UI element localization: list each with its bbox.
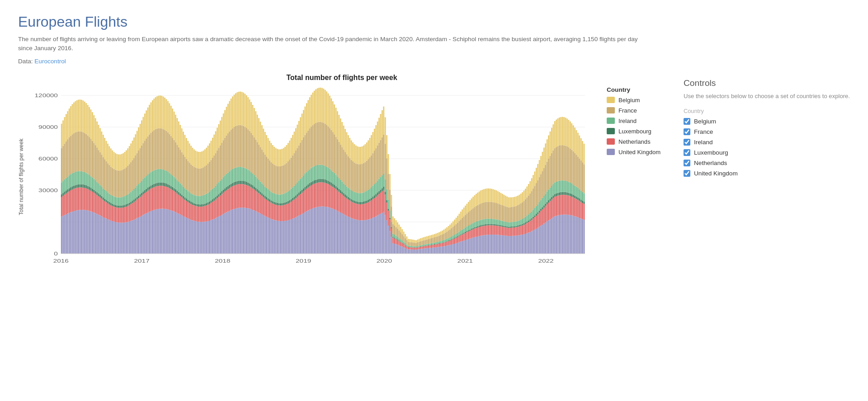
svg-rect-964 (305, 106, 306, 135)
svg-rect-1249 (378, 191, 380, 194)
svg-rect-1122 (346, 198, 348, 216)
svg-rect-1990 (568, 120, 570, 147)
svg-rect-915 (292, 156, 293, 188)
svg-rect-2003 (573, 216, 574, 254)
svg-rect-1335 (400, 232, 401, 239)
svg-rect-72 (76, 188, 78, 210)
svg-rect-313 (138, 195, 139, 198)
svg-rect-1718 (499, 220, 500, 225)
svg-rect-1208 (368, 190, 369, 200)
svg-rect-1562 (458, 231, 460, 235)
svg-rect-1092 (339, 192, 340, 212)
svg-rect-1432 (425, 236, 426, 240)
svg-rect-2014 (574, 127, 576, 153)
svg-rect-1226 (373, 185, 374, 196)
svg-rect-1969 (563, 192, 565, 194)
svg-rect-443 (172, 211, 173, 254)
svg-rect-876 (283, 205, 284, 221)
svg-rect-198 (109, 204, 110, 220)
svg-rect-430 (167, 101, 169, 132)
checkbox-input-luxembourg[interactable] (684, 149, 690, 156)
svg-rect-496 (184, 135, 186, 157)
svg-rect-1368 (409, 247, 410, 250)
svg-rect-979 (309, 183, 311, 186)
svg-rect-1905 (547, 161, 548, 191)
eurocontrol-link[interactable]: Eurocontrol (34, 58, 66, 65)
checkbox-input-ireland[interactable] (684, 139, 690, 146)
svg-rect-249 (121, 170, 123, 197)
checkbox-uk[interactable]: United Kingdom (684, 170, 850, 177)
svg-rect-1821 (525, 199, 526, 217)
svg-rect-381 (155, 129, 156, 170)
svg-rect-2005 (573, 195, 574, 198)
svg-rect-262 (124, 152, 126, 169)
svg-rect-1135 (349, 198, 350, 200)
svg-rect-705 (238, 125, 240, 167)
checkbox-input-netherlands[interactable] (684, 160, 690, 166)
svg-rect-1943 (557, 215, 559, 253)
svg-rect-1470 (435, 244, 437, 247)
svg-rect-253 (123, 205, 124, 208)
svg-rect-440 (170, 174, 172, 186)
svg-rect-971 (307, 210, 309, 254)
svg-rect-1550 (456, 234, 457, 237)
svg-rect-709 (240, 180, 241, 184)
svg-rect-1082 (335, 175, 337, 186)
svg-rect-1455 (431, 238, 432, 243)
svg-rect-1088 (337, 176, 338, 188)
svg-rect-1978 (565, 118, 566, 146)
svg-rect-1279 (386, 200, 387, 202)
svg-rect-1835 (529, 232, 531, 254)
checkbox-luxembourg[interactable]: Luxembourg (684, 149, 850, 156)
svg-rect-714 (241, 184, 243, 208)
svg-rect-1429 (425, 245, 426, 246)
svg-rect-19 (62, 193, 64, 196)
svg-rect-511 (189, 201, 190, 203)
checkbox-input-france[interactable] (684, 128, 690, 135)
svg-rect-1381 (412, 247, 414, 248)
svg-rect-1155 (354, 162, 355, 192)
checkbox-input-belgium[interactable] (684, 118, 690, 125)
svg-rect-1765 (511, 226, 512, 228)
checkbox-netherlands[interactable]: Netherlands (684, 160, 850, 166)
svg-rect-1306 (392, 216, 394, 224)
svg-rect-583 (208, 202, 209, 204)
svg-rect-387 (156, 128, 158, 169)
svg-rect-1999 (571, 194, 572, 197)
svg-rect-321 (140, 148, 141, 182)
svg-rect-487 (183, 196, 184, 198)
svg-rect-1691 (492, 235, 494, 254)
checkbox-belgium[interactable]: Belgium (684, 118, 850, 125)
svg-rect-33 (66, 141, 67, 178)
svg-rect-1273 (385, 192, 386, 194)
svg-rect-536 (195, 195, 196, 203)
checkbox-input-uk[interactable] (684, 170, 690, 177)
checkbox-france[interactable]: France (684, 128, 850, 135)
svg-rect-431 (169, 210, 170, 254)
svg-rect-1576 (462, 209, 463, 217)
svg-rect-51 (70, 136, 71, 174)
svg-rect-990 (312, 184, 314, 208)
svg-rect-796 (261, 125, 263, 150)
svg-rect-2038 (580, 138, 582, 160)
svg-rect-2007 (573, 151, 574, 184)
svg-rect-449 (174, 212, 175, 254)
svg-rect-1322 (397, 237, 398, 240)
svg-rect-2024 (577, 188, 579, 198)
svg-rect-1095 (339, 142, 340, 178)
svg-rect-1021 (320, 179, 321, 182)
svg-rect-1551 (456, 224, 457, 234)
svg-rect-264 (126, 207, 127, 222)
checkbox-ireland[interactable]: Ireland (684, 139, 850, 146)
svg-rect-1776 (514, 227, 515, 236)
svg-rect-1732 (502, 193, 503, 205)
svg-rect-943 (300, 191, 301, 194)
svg-rect-1066 (330, 98, 332, 130)
svg-rect-1394 (415, 246, 417, 247)
svg-rect-283 (130, 202, 132, 204)
svg-rect-577 (206, 203, 207, 205)
svg-rect-1370 (409, 246, 410, 247)
svg-rect-1510 (445, 228, 446, 232)
svg-rect-991 (312, 181, 314, 184)
svg-rect-918 (294, 199, 295, 218)
